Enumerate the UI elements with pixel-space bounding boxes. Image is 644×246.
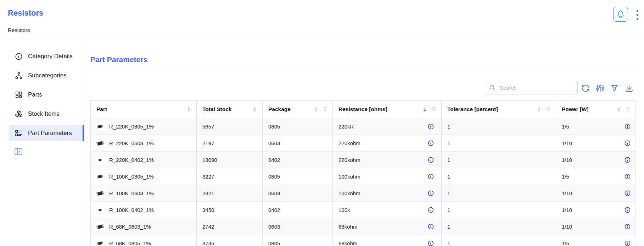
sort-updown-icon[interactable]	[536, 106, 542, 113]
part-name: R_100K_0402_1%	[109, 207, 154, 213]
resistance-info-button[interactable]	[427, 173, 434, 180]
sidebar-divider	[84, 45, 84, 246]
part-thumbnail	[95, 238, 105, 246]
power-info-button[interactable]	[624, 173, 631, 180]
resistance-cell: 100kohm	[333, 168, 442, 185]
resistance-info-button[interactable]	[427, 207, 434, 213]
power-info-button[interactable]	[624, 223, 631, 230]
sidebar-item-subcategories[interactable]: Subcategories	[9, 67, 84, 84]
list-details-icon	[15, 129, 23, 137]
package-cell: 0603	[263, 218, 333, 235]
resistance-info-button[interactable]	[427, 157, 434, 163]
column-header-tolerance-percent[interactable]: Tolerance [percent]	[442, 101, 556, 118]
sort-updown-icon[interactable]	[252, 106, 258, 113]
resistance-info-button[interactable]	[427, 240, 434, 246]
column-label: Part	[96, 106, 107, 113]
part-cell[interactable]: R_100K_0805_1%	[91, 168, 197, 185]
resistance-info-button[interactable]	[427, 140, 434, 147]
table-row-r-100k-0603-1[interactable]: R_100K_0603_1%23210603100kohm11/10	[91, 185, 635, 202]
power-info-button[interactable]	[624, 190, 631, 197]
table-row-r-100k-0805-1[interactable]: R_100K_0805_1%32270805100kohm11/5	[91, 168, 635, 185]
refresh-button[interactable]	[581, 83, 590, 93]
part-cell[interactable]: R_100K_0402_1%	[91, 202, 197, 218]
notifications-button[interactable]	[613, 7, 628, 22]
power-info-button[interactable]	[624, 207, 631, 213]
column-header-package[interactable]: Package	[263, 101, 333, 118]
column-label: Total Stock	[202, 106, 231, 113]
power-value: 1/5	[562, 240, 569, 246]
package-cell: 0805	[263, 168, 333, 185]
table-row-r-100k-0402-1[interactable]: R_100K_0402_1%34500402100k11/10	[91, 202, 635, 218]
tolerance-cell: 1	[442, 152, 556, 168]
resistance-info-button[interactable]	[427, 223, 434, 230]
resistance-info-button[interactable]	[427, 123, 434, 130]
bell-icon	[616, 10, 625, 19]
sidebar-item-part-parameters[interactable]: Part Parameters	[9, 125, 84, 141]
power-info-button[interactable]	[624, 140, 631, 147]
resistance-cell: 68kohm	[333, 235, 442, 246]
sidebar-item-stock-items[interactable]: Stock Items	[9, 106, 84, 122]
power-info-button[interactable]	[624, 157, 631, 163]
table-row-r-220k-0805-1[interactable]: R_220K_0805_1%56570805220kR11/5	[91, 118, 635, 135]
resistance-info-button[interactable]	[427, 190, 434, 197]
part-name: R_220K_0805_1%	[109, 124, 154, 130]
resistance-cell: 100k	[333, 202, 442, 218]
sort-updown-icon[interactable]	[313, 106, 319, 113]
column-header-power-w[interactable]: Power [W]	[556, 101, 635, 118]
sidebar-item-label: Part Parameters	[28, 130, 72, 137]
power-info-button[interactable]	[624, 123, 631, 130]
part-cell[interactable]: R_100K_0603_1%	[91, 185, 197, 201]
resistance-cell: 68kohm	[333, 218, 442, 235]
total-stock-cell: 2742	[197, 218, 263, 235]
sort-updown-icon[interactable]	[616, 106, 622, 113]
sidebar-item-label: Subcategories	[28, 72, 67, 79]
column-filter-icon[interactable]	[625, 106, 631, 112]
part-thumbnail	[95, 121, 105, 131]
filter-button[interactable]	[610, 83, 620, 93]
breadcrumb[interactable]: Resistors	[8, 27, 30, 33]
column-header-resistance-ohms[interactable]: Resistance [ohms]	[333, 101, 442, 118]
table-row-r-68k-0805-1[interactable]: R_68K_0805_1%3735080568kohm11/5	[91, 235, 635, 246]
power-cell: 1/5	[556, 168, 635, 185]
sort-desc-icon[interactable]	[422, 106, 428, 113]
total-stock-cell: 18090	[197, 152, 263, 168]
resistance-value: 100k	[338, 207, 350, 213]
power-value: 1/5	[562, 124, 569, 130]
part-thumbnail	[95, 222, 105, 231]
search-input[interactable]	[499, 84, 574, 91]
column-filter-icon[interactable]	[545, 106, 551, 112]
sidebar-item-parts[interactable]: Parts	[9, 87, 84, 103]
adjustments-button[interactable]	[595, 83, 605, 93]
search-icon	[489, 84, 496, 92]
power-info-button[interactable]	[624, 240, 631, 246]
column-filter-icon[interactable]	[431, 106, 437, 112]
resistance-value: 220kohm	[338, 157, 360, 163]
tolerance-cell: 1	[442, 202, 556, 218]
part-cell[interactable]: R_68K_0805_1%	[91, 235, 197, 246]
download-button[interactable]	[624, 83, 634, 93]
table-row-r-220k-0402-1[interactable]: R_220K_0402_1%180900402220kohm11/10	[91, 152, 635, 168]
table-row-r-220k-0603-1[interactable]: R_220K_0603_1%21970603220kohm11/10	[91, 135, 635, 152]
sort-updown-icon[interactable]	[186, 106, 192, 113]
column-header-part[interactable]: Part	[91, 101, 197, 118]
sidebar-item-category-details[interactable]: Category Details	[9, 48, 84, 65]
part-cell[interactable]: R_220K_0603_1%	[91, 135, 197, 151]
part-cell[interactable]: R_68K_0603_1%	[91, 218, 197, 235]
part-name: R_220K_0603_1%	[109, 140, 154, 146]
column-filter-icon[interactable]	[322, 106, 328, 112]
info-icon	[427, 223, 434, 230]
part-name: R_100K_0805_1%	[109, 174, 154, 180]
power-value: 1/10	[562, 224, 572, 230]
sidebar-collapse-button[interactable]	[13, 147, 24, 157]
active-tab-indicator	[83, 125, 84, 141]
part-cell[interactable]: R_220K_0402_1%	[91, 152, 197, 168]
column-header-total-stock[interactable]: Total Stock	[197, 101, 263, 118]
total-stock-cell: 5657	[197, 118, 263, 135]
table-row-r-68k-0603-1[interactable]: R_68K_0603_1%2742060368kohm11/10	[91, 218, 635, 235]
overflow-menu-button[interactable]	[634, 9, 640, 21]
power-cell: 1/10	[556, 185, 635, 201]
part-cell[interactable]: R_220K_0805_1%	[91, 118, 197, 135]
resistance-value: 100kohm	[338, 190, 360, 196]
info-icon	[624, 123, 631, 130]
power-value: 1/10	[562, 190, 572, 196]
